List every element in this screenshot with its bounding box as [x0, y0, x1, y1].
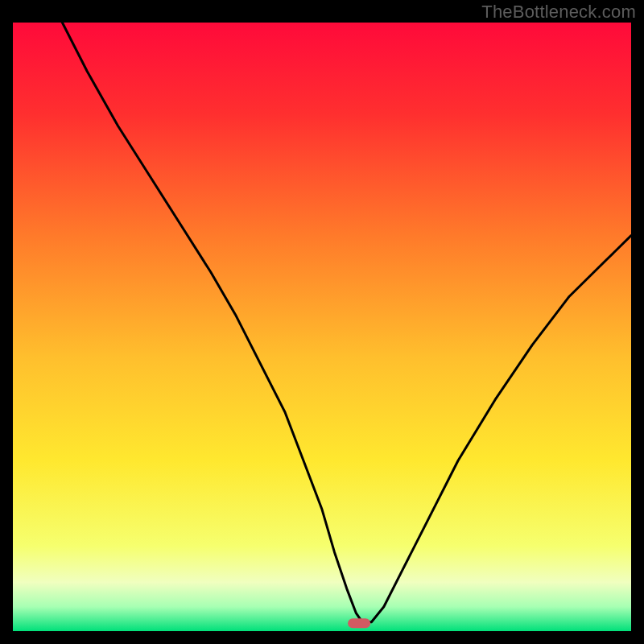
gradient-background — [13, 23, 631, 631]
chart-frame: TheBottleneck.com — [0, 0, 644, 644]
chart-svg — [13, 23, 631, 631]
optimal-marker — [348, 618, 370, 628]
watermark-text: TheBottleneck.com — [481, 2, 636, 23]
chart-plot-area — [13, 23, 631, 631]
